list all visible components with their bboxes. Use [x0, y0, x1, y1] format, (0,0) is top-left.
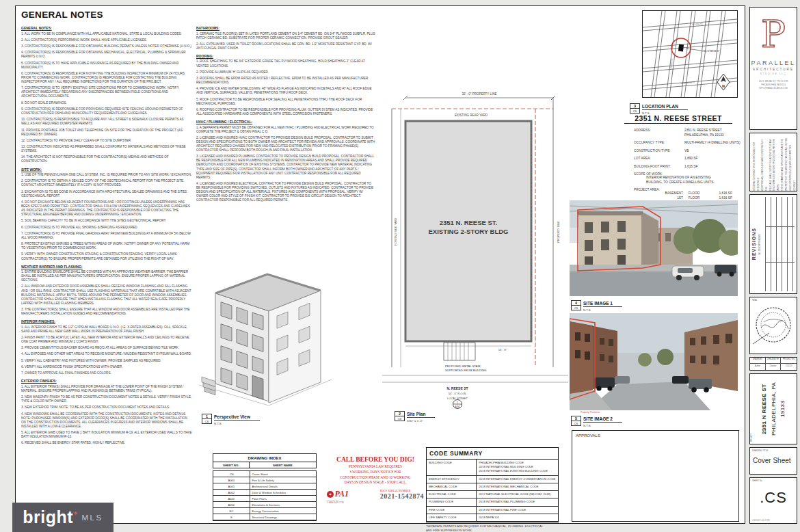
code-row-label: MECHANICAL CODE	[427, 483, 477, 490]
note-item: 4. ALL EXPOSED AND OTHER WET AREAS TO RE…	[21, 352, 192, 356]
note-item: 1. A SEPARATE PERMIT MUST BE OBTAINED FO…	[196, 126, 375, 134]
note-item: 4. CONTRACTOR(S) IS RESPONSIBLE FOR OBTA…	[21, 51, 192, 59]
note-item: 7. CONTRACTOR(S) IS TO PROVIDE FINAL GRA…	[21, 232, 192, 240]
sheet-number-cell: A001	[213, 483, 250, 489]
view-title-text: LOCATION PLAN N.T.S.	[642, 103, 688, 115]
call-dig-title: CALL BEFORE YOU DIG!	[325, 456, 426, 463]
drawing-index-title: DRAWING INDEX	[213, 454, 316, 462]
revisions-label: REVISIONS	[751, 228, 756, 260]
view-number: 4	[572, 301, 581, 306]
view-number: 2	[395, 412, 404, 416]
site-photo-1	[570, 200, 738, 296]
view-name: SITE IMAGE 1	[583, 300, 622, 307]
note-item: 3. LICENSED AND INSURED PLUMBING CONTRAC…	[196, 155, 375, 179]
notes-section: EXTERIOR FINISHES: 1. ALL EXTERIOR TRIM(…	[21, 379, 192, 445]
note-item: 1. ROOF SHEATHING TO BE 3/4" EXTERIOR GR…	[196, 59, 375, 68]
note-item: 2. CONTRACTOR IS TO OBTAIN A SEALED COPY…	[21, 179, 192, 187]
view-scale: N.T.S.	[583, 424, 622, 427]
project-label: PROJECT	[751, 434, 753, 442]
code-row-values: PHILADELPHIA BUILDING CODE 2018 INTERNAT…	[477, 460, 558, 475]
project-no-label: PROJECT NO	[781, 358, 797, 364]
building-label-line1: 2351 N. REESE ST.	[440, 219, 497, 226]
note-item: 3. THE CONTRACTOR(S) SHALL ENSURE THAT A…	[21, 308, 192, 316]
street-class: LOCAL STREET	[447, 397, 468, 400]
notes-section-heading: WEATHER BARRIER AND FLASHING:	[21, 265, 192, 269]
note-item: 5. CONTRACTOR(S) IS TO HAVE APPLICABLE I…	[21, 62, 192, 70]
field-value: 2351 N. REESE STREET	[684, 129, 724, 133]
titleblock-project-box: 2351 N REESE ST PHILADELPHIA, PA 19133 P…	[749, 373, 797, 444]
checked-by-label: CHECKED BY	[766, 358, 782, 364]
disclaimer-line: VERIFYING ALL DIMENSIONS AND CONDITIONS …	[761, 136, 769, 191]
call-before-you-dig: CALL BEFORE YOU DIG! PENNSYLVANIA LAW RE…	[325, 456, 426, 504]
code-summary-title: CODE SUMMARY	[427, 448, 558, 460]
project-info-field: CONSTRUCTION TYPE: VB	[634, 149, 742, 154]
view-number-bubble: 1 CS	[202, 414, 212, 424]
architect-seal-stamp-icon	[750, 303, 795, 348]
revisions-table-divider-2	[765, 262, 795, 263]
note-item: 3. EXCAVATION IS TO BE DONE IN ACCORDANC…	[21, 190, 192, 198]
watermark-brand: bright	[23, 509, 73, 526]
note-item: 5. ALL EXTERIOR GWB USED TO HAVE 1 BATT …	[21, 431, 192, 439]
code-row-label: ELECTRICAL CODE	[427, 491, 477, 498]
notes-column-1: GENERAL NOTES: 1. ALL WORK TO BE IN COMP…	[21, 23, 192, 448]
code-row-value: 2017 NATIONAL ELECTRICAL CODE (NEC IBC 2…	[479, 492, 556, 496]
sheet-name-cell: Cover Sheet	[250, 471, 316, 477]
code-row-label: PLUMBING CODE	[427, 498, 477, 505]
note-item: 5. SOIL BEARING CAPACITY TO BE IN ACCORD…	[21, 219, 192, 223]
bottom-dimension: 16' - 8"	[498, 348, 507, 351]
call-dig-line: DAYS IN DESIGN STAGE - STOP CALL.	[325, 480, 426, 486]
firm-address: 100 S. BROAD ST, 7TH FLOOR PHILADELPHIA,…	[750, 80, 797, 90]
print-timestamp: 1/31/2022 1:41:29 PM	[752, 520, 770, 522]
notes-section-heading: HVAC / PLUMBING / ELECTRICAL:	[196, 120, 375, 124]
drawing-index-row: EC Energy Conservation	[213, 508, 316, 514]
view-scale: N.T.S.	[214, 422, 260, 425]
site-plan-title: 2 CS Site Plan 3/32" = 1'-0"	[395, 411, 435, 423]
site-photo-2-image	[570, 313, 738, 410]
note-item: 1. ENTIRE BUILDING ENVELOPE SHALL BE COV…	[21, 270, 192, 282]
code-row-value: 2018 INTERNATIONAL FIRE CODE	[479, 508, 556, 512]
note-item: 14. THE ARCHITECT IS NOT RESPONSIBLE FOR…	[21, 155, 192, 163]
project-name-block: 2351 N REESE ST PHILADELPHIA, PA 19133	[760, 374, 788, 444]
field-values: VB	[684, 149, 689, 154]
watermark-star-icon: ✶	[72, 509, 78, 517]
sheet-name-cell: Floor Plans	[250, 496, 316, 501]
code-row-value: 2018 NFPA 101	[479, 516, 556, 520]
call-dig-line: PENNSYLVANIA LAW REQUIRES	[325, 464, 426, 470]
drawing-title-value: Cover Sheet	[750, 453, 797, 464]
note-item: 3. PROVIDE CEMENTITIOUS BACKER BOARD AS …	[21, 346, 192, 350]
call-dig-line: 3 WORKING DAYS NOTICE FOR	[325, 470, 426, 475]
firm-name-2: ARCHITECTURE	[750, 68, 797, 71]
site-plan-svg: 32' - 0" PROPERTY LINE EXISTING REAR YAR…	[382, 88, 568, 410]
drawing-index-row: S Structural Drawings	[213, 514, 316, 520]
stair-note-line2: SUPPORTED FROM BUILDING	[445, 369, 486, 372]
notes-column-2: BATHROOMS: 1. CERAMIC TILE FLOOR(S) SET …	[196, 23, 375, 255]
sheet-name-cell: Door & Window Schedules	[250, 490, 316, 495]
project-info-field: BUILDING FOOT PRINT: 1,616 SF	[634, 165, 742, 170]
area-value: 1,616 SF	[705, 191, 732, 196]
disclaimer-line: USED OR REPRODUCED WITHOUT WRITTEN CONSE…	[789, 136, 797, 191]
sheet-number-cell: A000	[213, 477, 250, 483]
side-yard-label: EXISTING SIDE YARD	[394, 217, 397, 245]
field-value: MULTI-FAMILY (4 DWELLING UNITS)	[684, 141, 741, 146]
approvals-box: APPROVALS	[572, 430, 739, 522]
code-row-label: ENERGY EFFICIENCY	[427, 476, 477, 483]
code-row-values: 2018 INTERNATIONAL MECHANICAL CODE	[477, 483, 558, 490]
note-item: 4. LICENSED AND INSURED ELECTRICAL CONTR…	[196, 182, 375, 202]
notes-section-heading: EXTERIOR FINISHES:	[21, 379, 192, 383]
perspective-view-drawing	[198, 259, 334, 410]
code-summary-row: ENERGY EFFICIENCY 2018 INTERNATIONAL ENE…	[427, 476, 558, 483]
note-item: 7. CONTRACTOR(S) IS TO VERIFY EXISTING S…	[21, 86, 192, 98]
notes-section-heading: SITE WORK:	[21, 168, 192, 172]
note-item: 5. ROOF CONTRACTOR TO BE RESPONSIBLE FOR…	[196, 98, 375, 106]
approvals-label: APPROVALS	[572, 431, 738, 440]
sheet-number-cell: .CS	[213, 471, 250, 477]
sheet-number-cell: S	[213, 514, 250, 520]
notes-section: GENERAL NOTES: 1. ALL WORK TO BE IN COMP…	[21, 26, 192, 164]
drawing-index: DRAWING INDEX SHEET NO. SHEET NAME .CS C…	[213, 453, 317, 521]
field-values: MULTI-FAMILY (4 DWELLING UNITS)	[684, 141, 741, 146]
notes-section-heading: ROOFING:	[196, 54, 375, 58]
site-photo-2	[570, 313, 738, 410]
drawing-sheet: GENERAL NOTES GENERAL NOTES: 1. ALL WORK…	[15, 5, 745, 524]
view-title-text: SITE IMAGE 1 N.T.S.	[583, 300, 622, 312]
firm-name-3: STUDIOS LLC	[750, 72, 797, 75]
